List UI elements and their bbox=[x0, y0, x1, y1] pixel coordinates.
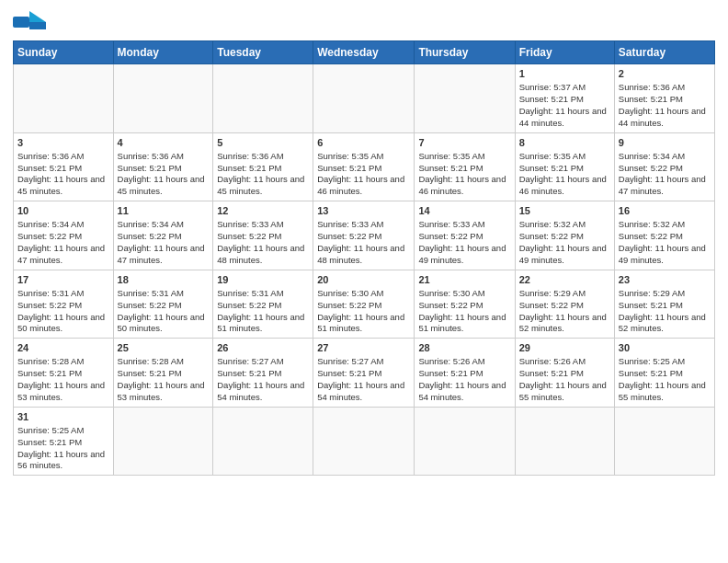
day-number: 4 bbox=[118, 136, 210, 149]
calendar-cell: 20Sunrise: 5:30 AM Sunset: 5:22 PM Dayli… bbox=[313, 270, 415, 339]
day-info: Sunrise: 5:36 AM Sunset: 5:21 PM Dayligh… bbox=[217, 151, 309, 198]
day-number: 15 bbox=[519, 204, 610, 217]
weekday-header-thursday: Thursday bbox=[415, 41, 515, 64]
day-number: 13 bbox=[317, 204, 410, 217]
calendar-cell: 7Sunrise: 5:35 AM Sunset: 5:21 PM Daylig… bbox=[415, 132, 515, 201]
day-info: Sunrise: 5:35 AM Sunset: 5:21 PM Dayligh… bbox=[317, 151, 410, 198]
calendar-week-row: 10Sunrise: 5:34 AM Sunset: 5:22 PM Dayli… bbox=[14, 201, 715, 270]
day-info: Sunrise: 5:31 AM Sunset: 5:22 PM Dayligh… bbox=[17, 288, 109, 335]
calendar-cell: 19Sunrise: 5:31 AM Sunset: 5:22 PM Dayli… bbox=[213, 270, 313, 339]
calendar-cell bbox=[14, 64, 114, 133]
calendar-cell: 10Sunrise: 5:34 AM Sunset: 5:22 PM Dayli… bbox=[14, 201, 114, 270]
day-number: 18 bbox=[118, 273, 210, 286]
calendar-cell bbox=[614, 407, 714, 476]
day-number: 30 bbox=[619, 341, 711, 354]
day-info: Sunrise: 5:25 AM Sunset: 5:21 PM Dayligh… bbox=[619, 356, 711, 403]
day-info: Sunrise: 5:34 AM Sunset: 5:22 PM Dayligh… bbox=[17, 219, 109, 266]
day-info: Sunrise: 5:32 AM Sunset: 5:22 PM Dayligh… bbox=[519, 219, 610, 266]
day-number: 3 bbox=[17, 136, 109, 149]
day-number: 19 bbox=[217, 273, 309, 286]
day-number: 23 bbox=[619, 273, 711, 286]
day-info: Sunrise: 5:35 AM Sunset: 5:21 PM Dayligh… bbox=[418, 151, 510, 198]
calendar-cell bbox=[213, 407, 313, 476]
calendar-week-row: 31Sunrise: 5:25 AM Sunset: 5:21 PM Dayli… bbox=[14, 407, 715, 476]
calendar-cell: 26Sunrise: 5:27 AM Sunset: 5:21 PM Dayli… bbox=[213, 339, 313, 408]
calendar-cell: 15Sunrise: 5:32 AM Sunset: 5:22 PM Dayli… bbox=[515, 201, 614, 270]
calendar-cell: 30Sunrise: 5:25 AM Sunset: 5:21 PM Dayli… bbox=[614, 339, 714, 408]
calendar-cell bbox=[113, 407, 213, 476]
calendar-week-row: 3Sunrise: 5:36 AM Sunset: 5:21 PM Daylig… bbox=[14, 132, 715, 201]
calendar-cell bbox=[313, 407, 415, 476]
calendar-cell: 11Sunrise: 5:34 AM Sunset: 5:22 PM Dayli… bbox=[113, 201, 213, 270]
calendar-cell: 1Sunrise: 5:37 AM Sunset: 5:21 PM Daylig… bbox=[515, 64, 614, 133]
day-info: Sunrise: 5:34 AM Sunset: 5:22 PM Dayligh… bbox=[118, 219, 210, 266]
day-number: 25 bbox=[118, 341, 210, 354]
day-number: 6 bbox=[317, 136, 410, 149]
day-info: Sunrise: 5:34 AM Sunset: 5:22 PM Dayligh… bbox=[619, 151, 711, 198]
calendar-cell bbox=[313, 64, 415, 133]
calendar-cell: 17Sunrise: 5:31 AM Sunset: 5:22 PM Dayli… bbox=[14, 270, 114, 339]
calendar-cell: 2Sunrise: 5:36 AM Sunset: 5:21 PM Daylig… bbox=[614, 64, 714, 133]
day-number: 7 bbox=[418, 136, 510, 149]
weekday-header-saturday: Saturday bbox=[614, 41, 714, 64]
calendar-cell: 21Sunrise: 5:30 AM Sunset: 5:22 PM Dayli… bbox=[415, 270, 515, 339]
day-info: Sunrise: 5:36 AM Sunset: 5:21 PM Dayligh… bbox=[118, 151, 210, 198]
calendar-cell: 8Sunrise: 5:35 AM Sunset: 5:21 PM Daylig… bbox=[515, 132, 614, 201]
calendar-cell bbox=[113, 64, 213, 133]
day-number: 26 bbox=[217, 341, 309, 354]
calendar-cell: 28Sunrise: 5:26 AM Sunset: 5:21 PM Dayli… bbox=[415, 339, 515, 408]
day-info: Sunrise: 5:36 AM Sunset: 5:21 PM Dayligh… bbox=[17, 151, 109, 198]
day-number: 21 bbox=[418, 273, 510, 286]
calendar-cell: 22Sunrise: 5:29 AM Sunset: 5:22 PM Dayli… bbox=[515, 270, 614, 339]
day-number: 11 bbox=[118, 204, 210, 217]
weekday-header-sunday: Sunday bbox=[14, 41, 114, 64]
day-info: Sunrise: 5:31 AM Sunset: 5:22 PM Dayligh… bbox=[118, 288, 210, 335]
day-number: 27 bbox=[317, 341, 410, 354]
weekday-header-tuesday: Tuesday bbox=[213, 41, 313, 64]
day-info: Sunrise: 5:28 AM Sunset: 5:21 PM Dayligh… bbox=[17, 356, 109, 403]
calendar-table: SundayMondayTuesdayWednesdayThursdayFrid… bbox=[13, 40, 715, 476]
calendar-cell: 18Sunrise: 5:31 AM Sunset: 5:22 PM Dayli… bbox=[113, 270, 213, 339]
day-number: 1 bbox=[519, 67, 610, 80]
calendar-cell bbox=[415, 64, 515, 133]
day-info: Sunrise: 5:30 AM Sunset: 5:22 PM Dayligh… bbox=[317, 288, 410, 335]
day-info: Sunrise: 5:25 AM Sunset: 5:21 PM Dayligh… bbox=[17, 425, 109, 472]
calendar-cell: 16Sunrise: 5:32 AM Sunset: 5:22 PM Dayli… bbox=[614, 201, 714, 270]
day-number: 24 bbox=[17, 341, 109, 354]
day-info: Sunrise: 5:31 AM Sunset: 5:22 PM Dayligh… bbox=[217, 288, 309, 335]
day-info: Sunrise: 5:30 AM Sunset: 5:22 PM Dayligh… bbox=[418, 288, 510, 335]
calendar-week-row: 1Sunrise: 5:37 AM Sunset: 5:21 PM Daylig… bbox=[14, 64, 715, 133]
calendar-cell: 25Sunrise: 5:28 AM Sunset: 5:21 PM Dayli… bbox=[113, 339, 213, 408]
day-info: Sunrise: 5:26 AM Sunset: 5:21 PM Dayligh… bbox=[418, 356, 510, 403]
day-info: Sunrise: 5:27 AM Sunset: 5:21 PM Dayligh… bbox=[317, 356, 410, 403]
logo-area bbox=[13, 9, 50, 35]
weekday-header-wednesday: Wednesday bbox=[313, 41, 415, 64]
calendar-cell: 5Sunrise: 5:36 AM Sunset: 5:21 PM Daylig… bbox=[213, 132, 313, 201]
day-number: 8 bbox=[519, 136, 610, 149]
day-info: Sunrise: 5:27 AM Sunset: 5:21 PM Dayligh… bbox=[217, 356, 309, 403]
day-info: Sunrise: 5:33 AM Sunset: 5:22 PM Dayligh… bbox=[418, 219, 510, 266]
day-info: Sunrise: 5:33 AM Sunset: 5:22 PM Dayligh… bbox=[217, 219, 309, 266]
day-info: Sunrise: 5:36 AM Sunset: 5:21 PM Dayligh… bbox=[619, 82, 711, 129]
day-number: 20 bbox=[317, 273, 410, 286]
calendar-cell: 31Sunrise: 5:25 AM Sunset: 5:21 PM Dayli… bbox=[14, 407, 114, 476]
day-number: 14 bbox=[418, 204, 510, 217]
calendar-cell bbox=[415, 407, 515, 476]
calendar-cell: 23Sunrise: 5:29 AM Sunset: 5:21 PM Dayli… bbox=[614, 270, 714, 339]
calendar-cell: 14Sunrise: 5:33 AM Sunset: 5:22 PM Dayli… bbox=[415, 201, 515, 270]
calendar-cell: 4Sunrise: 5:36 AM Sunset: 5:21 PM Daylig… bbox=[113, 132, 213, 201]
day-info: Sunrise: 5:29 AM Sunset: 5:21 PM Dayligh… bbox=[619, 288, 711, 335]
calendar-cell: 12Sunrise: 5:33 AM Sunset: 5:22 PM Dayli… bbox=[213, 201, 313, 270]
day-info: Sunrise: 5:26 AM Sunset: 5:21 PM Dayligh… bbox=[519, 356, 610, 403]
day-info: Sunrise: 5:33 AM Sunset: 5:22 PM Dayligh… bbox=[317, 219, 410, 266]
svg-rect-0 bbox=[13, 17, 29, 28]
day-info: Sunrise: 5:29 AM Sunset: 5:22 PM Dayligh… bbox=[519, 288, 610, 335]
day-number: 10 bbox=[17, 204, 109, 217]
page: SundayMondayTuesdayWednesdayThursdayFrid… bbox=[0, 0, 728, 563]
calendar-cell: 27Sunrise: 5:27 AM Sunset: 5:21 PM Dayli… bbox=[313, 339, 415, 408]
calendar-cell: 9Sunrise: 5:34 AM Sunset: 5:22 PM Daylig… bbox=[614, 132, 714, 201]
calendar-cell: 24Sunrise: 5:28 AM Sunset: 5:21 PM Dayli… bbox=[14, 339, 114, 408]
weekday-header-friday: Friday bbox=[515, 41, 614, 64]
weekday-header-monday: Monday bbox=[113, 41, 213, 64]
day-number: 17 bbox=[17, 273, 109, 286]
